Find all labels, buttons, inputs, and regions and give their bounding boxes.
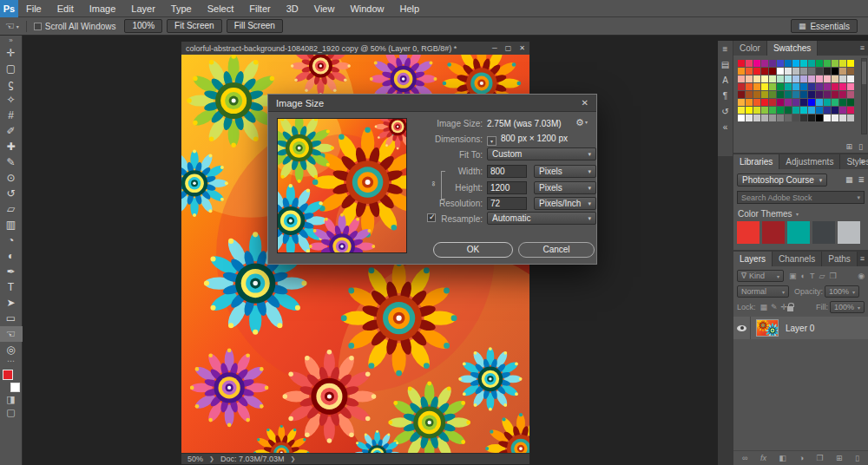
color-swatch[interactable] [800,99,807,106]
color-swatch[interactable] [738,91,745,98]
color-swatch[interactable] [800,91,807,98]
brush-tool[interactable]: ✎ [0,154,23,170]
color-swatch[interactable] [808,68,815,75]
color-swatch[interactable] [777,91,784,98]
menu-select[interactable]: Select [200,0,242,17]
swatches-tab-color[interactable]: Color [733,41,767,56]
color-swatch[interactable] [785,107,792,114]
minimize-icon[interactable]: ─ [492,44,497,52]
color-swatch[interactable] [769,83,776,90]
color-swatch[interactable] [847,107,854,114]
status-options-icon[interactable]: ❯ [290,455,295,462]
ok-button[interactable]: OK [433,242,513,258]
color-swatch[interactable] [839,83,846,90]
height-input[interactable] [487,181,527,194]
color-swatch[interactable] [832,68,838,75]
document-title-bar[interactable]: colorful-abstract-background-1084082_192… [181,42,529,55]
color-swatch[interactable] [777,107,784,114]
color-swatch[interactable] [777,115,784,121]
color-swatch[interactable] [839,60,846,67]
color-swatch[interactable] [792,107,799,114]
lasso-tool[interactable]: ϛ [0,76,23,92]
fill-select[interactable]: 100% [830,301,865,313]
screen-mode-icon[interactable]: ▢ [6,406,15,419]
filter-shape-layers-icon[interactable]: ▱ [819,272,825,280]
color-swatch[interactable] [824,83,831,90]
cancel-button[interactable]: Cancel [518,242,595,258]
filter-toggle-icon[interactable]: ◉ [858,272,865,280]
color-swatch[interactable] [746,60,753,67]
color-swatch[interactable] [769,91,776,98]
clone-stamp-tool[interactable]: ⊙ [0,170,23,186]
color-swatch[interactable] [746,75,753,82]
delete-swatch-icon[interactable]: ▯ [858,142,863,151]
color-swatch[interactable] [761,68,768,75]
new-swatch-icon[interactable]: ⊞ [846,142,853,151]
crop-tool[interactable]: # [0,108,23,123]
delete-layer-icon[interactable]: ▯ [855,454,859,462]
color-swatch[interactable] [832,75,838,82]
libraries-tab-libraries[interactable]: Libraries [733,154,779,169]
color-swatch[interactable] [738,115,745,121]
zoom-100-button[interactable]: 100% [124,19,162,33]
menu-window[interactable]: Window [342,0,391,17]
width-unit-select[interactable]: Pixels [534,165,596,178]
color-swatch[interactable] [832,107,838,114]
filter-smart-objects-icon[interactable]: ❒ [829,272,836,280]
blur-tool[interactable]: ◔ [0,232,23,248]
layers-tab-layers[interactable]: Layers [733,252,773,266]
layer-mask-icon[interactable]: ◧ [779,454,786,462]
healing-brush-tool[interactable]: ✚ [0,139,23,154]
color-swatch[interactable] [746,91,753,98]
color-swatch[interactable] [738,60,745,67]
color-swatch[interactable] [808,60,815,67]
color-swatch[interactable] [738,68,745,75]
layer-group-icon[interactable]: ❐ [816,454,823,462]
search-input[interactable] [741,193,857,202]
color-swatch[interactable] [785,68,792,75]
color-swatch[interactable] [738,83,745,90]
menu-filter[interactable]: Filter [241,0,278,17]
paragraph-panel-icon[interactable]: ¶ [723,91,727,101]
color-swatch[interactable] [792,91,799,98]
color-swatch[interactable] [808,107,815,114]
eraser-tool[interactable]: ▱ [0,201,23,217]
color-swatch[interactable] [769,68,776,75]
color-swatch[interactable] [824,115,831,121]
color-swatch[interactable] [753,75,760,82]
color-swatch[interactable] [816,115,823,121]
color-swatch[interactable] [839,91,846,98]
color-swatch[interactable] [847,60,854,67]
color-swatch[interactable] [746,68,753,75]
fill-screen-button[interactable]: Fill Screen [227,19,283,33]
color-swatch[interactable] [847,83,854,90]
color-swatch[interactable] [777,68,784,75]
shape-tool[interactable]: ▭ [0,311,23,326]
menu-file[interactable]: File [18,0,49,17]
lock-image-pixels-icon[interactable]: ✎ [771,303,778,311]
blend-mode-select[interactable]: Normal [737,285,789,298]
layers-tab-channels[interactable]: Channels [773,252,822,266]
resolution-input[interactable] [487,197,527,210]
color-swatch[interactable] [847,115,854,121]
color-swatch[interactable] [824,99,831,106]
type-tool[interactable]: T [0,279,23,295]
menu-layer[interactable]: Layer [123,0,163,17]
panel-menu-icon[interactable]: ≡ [860,154,865,169]
color-swatch[interactable] [753,68,760,75]
path-selection-tool[interactable]: ➤ [0,295,23,311]
color-swatch[interactable] [816,60,823,67]
color-swatch[interactable] [746,107,753,114]
color-swatch[interactable] [832,60,838,67]
color-swatch[interactable] [832,83,838,90]
color-swatch[interactable] [769,107,776,114]
color-swatch[interactable] [792,68,799,75]
workspace-switcher[interactable]: ▦ Essentials [791,19,858,33]
color-swatch[interactable] [847,91,854,98]
fit-to-select[interactable]: Custom [487,147,596,160]
swatches-tab-swatches[interactable]: Swatches [767,41,818,56]
color-swatch[interactable] [847,75,854,82]
color-swatch[interactable] [808,83,815,90]
color-swatch[interactable] [738,99,745,106]
color-swatch[interactable] [824,68,831,75]
